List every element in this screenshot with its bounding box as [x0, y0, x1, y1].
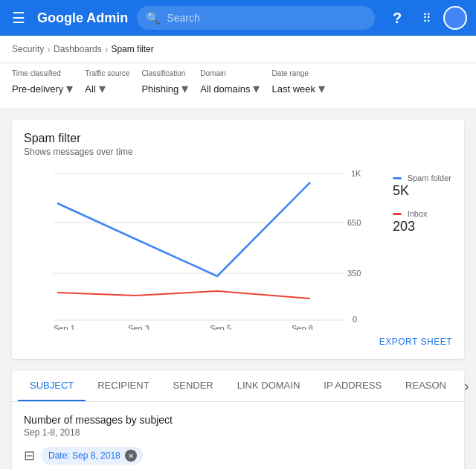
breadcrumb-dashboards[interactable]: Dashboards — [54, 44, 102, 54]
filter-icon: ⊟ — [24, 447, 35, 464]
filters-bar: Time classified Pre-delivery ▾ Traffic s… — [0, 63, 476, 108]
svg-text:1K: 1K — [351, 169, 361, 178]
filter-classification: Classification Phishing ▾ — [141, 69, 188, 99]
svg-text:650: 650 — [347, 218, 361, 227]
chevron-down-icon: ▾ — [181, 80, 188, 97]
inbox-label: Inbox — [408, 209, 428, 218]
filter-classification-label: Classification — [141, 69, 188, 77]
chart-subtitle: Shows messages over time — [24, 147, 452, 157]
filter-date-label: Date range — [271, 69, 325, 77]
svg-text:Sep 3: Sep 3 — [128, 324, 149, 330]
tab-ip-address[interactable]: IP ADDRESS — [312, 371, 393, 401]
legend-spam: Spam folder 5K — [393, 172, 452, 199]
nav-icons: ? ⠿ — [384, 4, 467, 31]
chip-label: Date: Sep 8, 2018 — [48, 450, 120, 461]
chevron-down-icon: ▾ — [99, 80, 106, 97]
tabs-row: SUBJECT RECIPIENT SENDER LINK DOMAIN IP … — [12, 371, 464, 402]
filter-date-range: Date range Last week ▾ — [271, 69, 325, 99]
breadcrumb: Security › Dashboards › Spam filter — [0, 36, 476, 63]
table-title: Number of messages by subject — [24, 414, 452, 426]
filter-time-classified: Time classified Pre-delivery ▾ — [12, 69, 73, 99]
svg-text:0: 0 — [353, 315, 357, 324]
filter-traffic-select[interactable]: All ▾ — [85, 79, 129, 99]
filter-traffic-source: Traffic source All ▾ — [85, 69, 129, 99]
chevron-down-icon: ▾ — [318, 80, 325, 97]
main-content: Spam filter Shows messages over time 1K … — [0, 108, 476, 469]
filter-domain-select[interactable]: All domains ▾ — [200, 79, 260, 99]
svg-text:350: 350 — [347, 269, 361, 278]
chip-close-button[interactable]: ✕ — [125, 450, 137, 462]
filter-traffic-label: Traffic source — [85, 69, 129, 77]
line-chart: 1K 650 350 0 Sep 1 Sep 3 Sep 5 Sep 8 — [24, 166, 381, 330]
account-avatar[interactable] — [443, 6, 467, 30]
chart-card: Spam filter Shows messages over time 1K … — [12, 120, 464, 359]
filter-time-value: Pre-delivery — [12, 83, 63, 95]
filter-domain-value: All domains — [200, 83, 250, 95]
chart-area: 1K 650 350 0 Sep 1 Sep 3 Sep 5 Sep 8 — [24, 166, 452, 330]
spam-value: 5K — [393, 183, 452, 199]
svg-text:Sep 1: Sep 1 — [54, 324, 75, 330]
chart-export-row: EXPORT SHEET — [24, 330, 452, 347]
apps-button[interactable]: ⠿ — [414, 4, 440, 31]
filter-domain-label: Domain — [200, 69, 260, 77]
filter-chip-row: ⊟ Date: Sep 8, 2018 ✕ — [24, 447, 452, 465]
search-input[interactable] — [167, 12, 366, 24]
filter-domain: Domain All domains ▾ — [200, 69, 260, 99]
svg-text:Sep 8: Sep 8 — [292, 324, 313, 330]
chevron-down-icon: ▾ — [253, 80, 260, 97]
spam-label: Spam folder — [408, 173, 451, 182]
breadcrumb-current: Spam filter — [111, 44, 153, 54]
filter-traffic-value: All — [85, 83, 95, 95]
tab-recipient[interactable]: RECIPIENT — [86, 371, 161, 401]
help-button[interactable]: ? — [384, 4, 411, 31]
svg-text:Sep 5: Sep 5 — [210, 324, 231, 330]
filter-date-value: Last week — [271, 83, 315, 95]
inbox-value: 203 — [393, 219, 452, 234]
filter-date-select[interactable]: Last week ▾ — [271, 79, 325, 99]
tabs-card: SUBJECT RECIPIENT SENDER LINK DOMAIN IP … — [12, 371, 464, 469]
legend-inbox: Inbox 203 — [393, 208, 452, 234]
tabs-chevron-right-icon[interactable]: › — [458, 371, 475, 401]
spam-color — [393, 177, 402, 179]
filter-time-select[interactable]: Pre-delivery ▾ — [12, 79, 73, 99]
export-sheet-button[interactable]: EXPORT SHEET — [379, 336, 452, 347]
chart-title: Spam filter — [24, 132, 452, 145]
search-bar[interactable]: 🔍 — [137, 6, 375, 30]
table-section: Number of messages by subject Sep 1-8, 2… — [12, 402, 464, 469]
tab-link-domain[interactable]: LINK DOMAIN — [225, 371, 312, 401]
tab-sender[interactable]: SENDER — [161, 371, 225, 401]
filter-time-label: Time classified — [12, 69, 73, 77]
tab-subject[interactable]: SUBJECT — [18, 371, 86, 401]
app-logo: Google Admin — [37, 10, 128, 26]
breadcrumb-sep-1: › — [47, 43, 51, 55]
search-icon: 🔍 — [146, 11, 161, 25]
chart-container: 1K 650 350 0 Sep 1 Sep 3 Sep 5 Sep 8 — [24, 166, 381, 330]
breadcrumb-sep-2: › — [105, 43, 109, 55]
filter-classification-value: Phishing — [141, 83, 178, 95]
filter-classification-select[interactable]: Phishing ▾ — [141, 79, 188, 99]
breadcrumb-security[interactable]: Security — [12, 44, 44, 54]
chevron-down-icon: ▾ — [66, 80, 73, 97]
table-date-range: Sep 1-8, 2018 — [24, 427, 452, 438]
chart-legend: Spam folder 5K Inbox 203 — [393, 166, 452, 243]
date-filter-chip[interactable]: Date: Sep 8, 2018 ✕ — [41, 447, 143, 465]
tab-reason[interactable]: REASON — [393, 371, 458, 401]
menu-icon[interactable]: ☰ — [9, 6, 28, 30]
inbox-color — [393, 213, 402, 215]
top-navigation: ☰ Google Admin 🔍 ? ⠿ — [0, 0, 476, 36]
